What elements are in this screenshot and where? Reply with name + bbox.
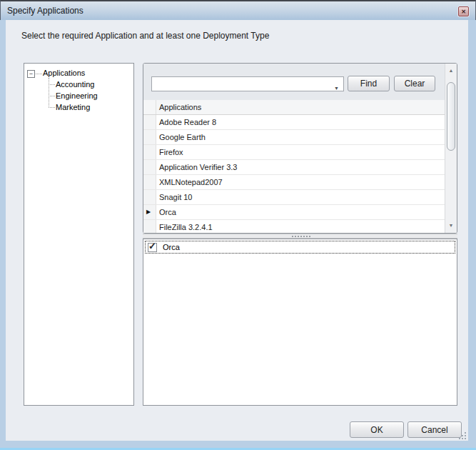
tree-node-marketing[interactable]: Marketing [56,103,90,113]
resize-grip-icon[interactable] [459,432,466,439]
applications-grid: Applications Adobe Reader 8 Google Earth… [143,100,445,233]
tree-connector-line [49,96,55,96]
specify-applications-dialog: Specify Applications ✕ Select the requir… [0,0,476,450]
applications-tree-panel: − Applications Accounting Engineering Ma… [24,63,134,406]
deployment-type-item-orca[interactable]: ✓ Orca [145,241,455,254]
grid-header-row: Applications [143,100,445,115]
vertical-scrollbar[interactable]: ▲ ▼ [445,64,457,233]
tree-connector-line [36,74,42,74]
scrollbar-thumb[interactable] [447,82,455,151]
row-indicator-cell [143,130,156,144]
grid-row-filezilla[interactable]: FileZilla 3.2.4.1 [143,220,445,234]
tree-connector-line [49,78,49,108]
panel-splitter[interactable] [143,234,457,239]
titlebar[interactable]: Specify Applications ✕ [0,0,476,20]
current-row-icon: ▶ [146,209,151,215]
grid-row-orca[interactable]: ▶ Orca [143,205,445,220]
tree-node-accounting[interactable]: Accounting [56,80,94,90]
scroll-up-icon[interactable]: ▲ [445,65,457,76]
checkbox-checked-icon[interactable]: ✓ [148,243,157,252]
tree-node-engineering[interactable]: Engineering [56,91,98,101]
row-indicator-cell [143,145,156,159]
row-indicator-cell [143,175,156,189]
chevron-down-icon: ▼ [334,81,339,95]
grid-row-adobe-reader-8[interactable]: Adobe Reader 8 [143,115,445,130]
grid-row-snagit-10[interactable]: Snagit 10 [143,190,445,205]
row-indicator-cell [143,160,156,174]
deployment-type-label: Orca [163,243,180,251]
tree-connector-line [49,84,55,85]
row-indicator-header-cell [143,100,156,114]
clear-button[interactable]: Clear [394,76,435,91]
ok-button[interactable]: OK [350,421,404,438]
search-toolbar: ▼ Find Clear [143,64,457,100]
grid-row-google-earth[interactable]: Google Earth [143,130,445,145]
tree-connector-line [49,107,55,108]
dialog-instruction: Select the required Application and at l… [21,31,269,41]
find-button[interactable]: Find [348,76,390,91]
scroll-down-icon[interactable]: ▼ [445,220,457,231]
splitter-grip-icon [300,236,302,237]
tree-node-applications[interactable]: Applications [43,69,85,77]
cancel-button[interactable]: Cancel [407,421,462,438]
close-button[interactable]: ✕ [458,6,469,16]
dialog-body: Select the required Application and at l… [6,20,468,441]
deployment-types-panel: ✓ Orca [143,239,457,406]
grid-row-firefox[interactable]: Firefox [143,145,445,160]
row-indicator-cell [143,220,156,234]
grid-row-xmlnotepad2007[interactable]: XMLNotepad2007 [143,175,445,190]
grid-column-header[interactable]: Applications [156,100,445,114]
applications-grid-panel: ▼ Find Clear Applications Adobe Reader 8… [143,63,457,234]
close-icon: ✕ [461,9,466,15]
filter-combobox[interactable]: ▼ [151,76,344,91]
tree-collapse-icon[interactable]: − [27,70,35,78]
row-indicator-cell [143,115,156,129]
grid-row-application-verifier[interactable]: Application Verifier 3.3 [143,160,445,175]
row-indicator-cell: ▶ [143,205,156,219]
window-title: Specify Applications [7,6,83,16]
row-indicator-cell [143,190,156,204]
